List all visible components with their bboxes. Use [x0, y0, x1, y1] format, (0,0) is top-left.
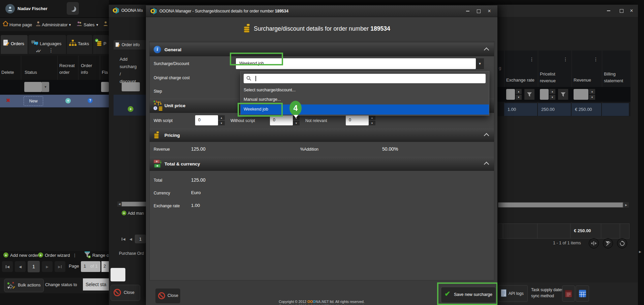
collapse-total-icon[interactable]: [484, 162, 489, 167]
mid-hscrollbar[interactable]: ◀: [117, 202, 146, 207]
exchange-filter-funnel-button[interactable]: [524, 89, 534, 100]
row-cell-pricelist[interactable]: 250.00: [538, 103, 571, 116]
tab-pricing-partial[interactable]: P: [93, 35, 109, 54]
add-new-order-button[interactable]: Add new order: [10, 253, 39, 258]
exchange-filter-input[interactable]: [506, 89, 515, 100]
api-logs-button[interactable]: API logs: [498, 285, 528, 302]
dropdown-item-select[interactable]: Select surcharge/discount...: [244, 88, 296, 92]
mid-white-box[interactable]: [111, 268, 125, 281]
range-orders-button[interactable]: Range o: [92, 253, 109, 258]
col1-menu-dots-icon[interactable]: ⋮: [529, 57, 534, 62]
collapse-pricing-icon[interactable]: [484, 133, 489, 139]
menu-home[interactable]: Home page: [9, 22, 32, 28]
column-menu-dots-icon[interactable]: ⋮: [49, 47, 54, 53]
row-cell-exchange[interactable]: 1.00: [504, 103, 537, 116]
section-pricing-header[interactable]: Pricing: [150, 128, 494, 142]
page-size-input[interactable]: 2: [101, 261, 109, 272]
task-sync-calendar-button[interactable]: [562, 285, 575, 302]
fit-columns-button[interactable]: [589, 238, 599, 248]
row-cell-billing[interactable]: [602, 103, 629, 116]
mid-filter-input[interactable]: [122, 82, 140, 91]
order-row[interactable]: ✖ New + ?: [0, 95, 109, 108]
section-general-header[interactable]: i General: [150, 43, 494, 57]
tab-languages[interactable]: Languages: [28, 35, 66, 54]
mid-hscroll-thumb[interactable]: [122, 202, 146, 206]
right-hscrollbar[interactable]: ▶: [498, 202, 629, 208]
recreate-order-plus-icon[interactable]: +: [65, 98, 71, 103]
order-info-tab[interactable]: Order info: [114, 40, 146, 50]
pager-last-button[interactable]: ▶: [55, 261, 65, 272]
dropdown-search-input[interactable]: [244, 74, 486, 83]
mid-pager-page[interactable]: 1: [135, 235, 146, 243]
pricelist-filter-spinner[interactable]: ▲ ▼: [549, 89, 555, 100]
status-cell[interactable]: New: [24, 96, 43, 106]
not-relevant-spinner[interactable]: ▲ ▼: [369, 115, 375, 125]
bulk-actions-button[interactable]: Bulk actions: [4, 279, 44, 292]
administrator-caret-icon[interactable]: ▼: [68, 23, 71, 27]
scroll-right-icon[interactable]: ▶: [623, 202, 629, 208]
col-info-1[interactable]: Order: [81, 63, 92, 68]
mid-add-plus-icon[interactable]: +: [128, 106, 133, 112]
col-exchange-rate[interactable]: Exchange rate: [506, 78, 534, 83]
refresh-button[interactable]: [617, 238, 627, 248]
pager-page-1-button[interactable]: 1: [28, 261, 40, 272]
row-cell-revenue[interactable]: € 250.00: [572, 103, 601, 116]
dropdown-item-manual[interactable]: Manual surcharge...: [244, 97, 281, 102]
outer-scroll-right-icon[interactable]: ▶: [639, 250, 641, 253]
double-check-icon[interactable]: ✔✔: [36, 49, 40, 54]
col-delete[interactable]: Delete: [1, 70, 14, 75]
without-script-input[interactable]: 0: [270, 115, 293, 125]
add-manual-plus-icon[interactable]: +: [122, 211, 126, 215]
pricelist-filter-funnel-button[interactable]: [558, 89, 568, 100]
range-filter-icon[interactable]: [84, 251, 91, 260]
col-revenue[interactable]: Revenue: [574, 78, 591, 83]
col-flag[interactable]: Fla: [102, 70, 108, 75]
sales-caret-icon[interactable]: ▼: [96, 23, 99, 27]
col-recreate-1[interactable]: Recreat: [59, 63, 75, 68]
pricelist-filter-input[interactable]: [540, 89, 549, 100]
tab-tasks[interactable]: Tasks: [67, 35, 92, 54]
minimize-button[interactable]: [604, 7, 613, 15]
maximize-button[interactable]: [617, 7, 626, 15]
modal-minimize-button[interactable]: [463, 7, 472, 15]
tab-orders[interactable]: Orders: [1, 35, 28, 54]
menu-administrator[interactable]: Administrator: [42, 22, 68, 28]
menu-sales[interactable]: Sales: [84, 22, 95, 28]
flag-filter-input[interactable]: [101, 82, 109, 92]
revenue-filter-spinner[interactable]: ▲ ▼: [589, 89, 595, 100]
scroll-left-icon[interactable]: ◀: [117, 202, 122, 207]
pager-prev-button[interactable]: ◀: [15, 261, 26, 272]
modal-close-button[interactable]: ×: [485, 7, 494, 15]
right-hscroll-thumb[interactable]: [498, 203, 623, 207]
delete-x-icon[interactable]: ✖: [6, 97, 10, 103]
status-filter-dropdown-button[interactable]: ▼: [42, 82, 49, 92]
dark-mode-button[interactable]: [67, 2, 79, 15]
pager-next-button[interactable]: ▶: [42, 261, 53, 272]
task-sync-blue-button[interactable]: [576, 285, 589, 302]
not-relevant-input[interactable]: 0: [346, 115, 369, 125]
col2-menu-dots-icon[interactable]: ⋮: [563, 57, 568, 62]
add-new-order-plus-icon[interactable]: +: [3, 252, 8, 257]
order-info-question-icon[interactable]: ?: [88, 98, 93, 103]
mid-pager-first[interactable]: ◀: [120, 235, 127, 243]
order-wizard-button[interactable]: Order wizard: [45, 253, 70, 258]
with-script-spinner[interactable]: ▲ ▼: [218, 115, 225, 125]
select-status-dropdown[interactable]: Select sta: [83, 278, 109, 291]
col-status[interactable]: Status: [25, 70, 37, 75]
col3-menu-dots-icon[interactable]: ⋮: [593, 57, 598, 62]
modal-maximize-button[interactable]: [474, 7, 483, 15]
col-billing-1[interactable]: Billing: [604, 71, 616, 77]
exchange-filter-spinner[interactable]: ▲ ▼: [516, 89, 522, 100]
surcharge-dropdown-button[interactable]: ▼: [476, 58, 484, 69]
col-pricelist-1[interactable]: Pricelist: [540, 71, 555, 77]
with-script-input[interactable]: 0: [195, 115, 218, 125]
revenue-filter-input[interactable]: [574, 89, 588, 100]
clear-filter-button[interactable]: [603, 238, 613, 248]
add-manual-button[interactable]: Add man: [128, 211, 146, 216]
order-wizard-plus-icon[interactable]: +: [38, 252, 43, 257]
collapse-general-icon[interactable]: [484, 48, 489, 53]
mid-pager-prev[interactable]: ◀: [127, 235, 134, 243]
section-total-header[interactable]: Total & currency: [150, 157, 494, 171]
mid-close-button[interactable]: Close: [111, 285, 140, 301]
status-filter-input[interactable]: [24, 82, 42, 92]
